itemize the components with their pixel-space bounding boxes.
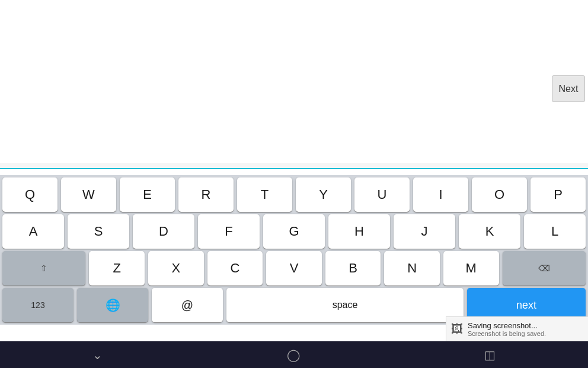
key-e[interactable]: E (120, 177, 175, 212)
key-z[interactable]: Z (89, 251, 145, 285)
at-key[interactable]: @ (152, 288, 223, 322)
key-i[interactable]: I (413, 177, 468, 212)
key-s[interactable]: S (68, 214, 129, 249)
back-icon[interactable]: ⌄ (92, 348, 103, 362)
screenshot-text: Saving screenshot... Screenshot is being… (468, 321, 546, 337)
key-g[interactable]: G (263, 214, 325, 249)
key-n[interactable]: N (384, 251, 440, 285)
space-key[interactable]: space (226, 288, 464, 322)
screenshot-subtitle: Screenshot is being saved. (468, 330, 546, 337)
keyboard: Q W E R T Y U I O P A S D F G H J K L ⇧ … (0, 175, 588, 325)
shift-key[interactable]: ⇧ (2, 251, 85, 285)
key-h[interactable]: H (328, 214, 390, 249)
keyboard-row-1: Q W E R T Y U I O P (0, 175, 588, 212)
key-u[interactable]: U (354, 177, 410, 212)
key-w[interactable]: W (61, 177, 116, 212)
key-a[interactable]: A (2, 214, 64, 249)
navigation-bar: ⌄ ◯ ◫ (0, 341, 588, 368)
key-o[interactable]: O (472, 177, 527, 212)
key-p[interactable]: P (531, 177, 586, 212)
screenshot-notification: 🖼 Saving screenshot... Screenshot is bei… (446, 316, 588, 341)
key-c[interactable]: C (207, 251, 263, 285)
input-line (0, 163, 588, 169)
key-r[interactable]: R (178, 177, 234, 212)
home-icon[interactable]: ◯ (287, 348, 300, 362)
key-l[interactable]: L (524, 214, 586, 249)
key-k[interactable]: K (459, 214, 520, 249)
keyboard-row-2: A S D F G H J K L (0, 212, 588, 249)
keyboard-row-3: ⇧ Z X C V B N M ⌫ (0, 249, 588, 285)
screenshot-icon: 🖼 (451, 322, 463, 336)
key-t[interactable]: T (237, 177, 292, 212)
key-j[interactable]: J (394, 214, 455, 249)
key-x[interactable]: X (148, 251, 204, 285)
globe-key[interactable]: 🌐 (77, 288, 148, 322)
next-button[interactable]: Next (552, 75, 585, 102)
key-m[interactable]: M (443, 251, 499, 285)
backspace-key[interactable]: ⌫ (503, 251, 586, 285)
key-q[interactable]: Q (2, 177, 57, 212)
recents-icon[interactable]: ◫ (484, 348, 496, 362)
numbers-key[interactable]: 123 (2, 288, 74, 322)
screenshot-title: Saving screenshot... (468, 321, 546, 330)
key-b[interactable]: B (325, 251, 381, 285)
key-f[interactable]: F (198, 214, 260, 249)
content-area: Next (0, 0, 588, 169)
key-v[interactable]: V (266, 251, 322, 285)
key-y[interactable]: Y (296, 177, 351, 212)
key-d[interactable]: D (133, 214, 194, 249)
